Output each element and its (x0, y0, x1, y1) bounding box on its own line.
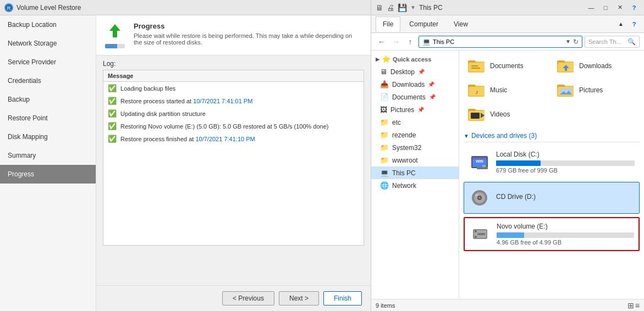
search-box[interactable]: Search Th... 🔍 (585, 36, 640, 48)
log-text-5a: Restore process finished at (120, 136, 195, 142)
progress-bar-fill (105, 44, 117, 48)
local-disk-icon: WIN (469, 151, 491, 173)
quick-access-header[interactable]: ▶ ⭐ Quick access (371, 53, 459, 65)
quick-access-label: Quick access (393, 56, 431, 63)
list-view[interactable]: ≡ (635, 301, 640, 310)
devices-collapse-icon[interactable]: ▼ (464, 133, 469, 139)
nav-pane: ▶ ⭐ Quick access 🖥 Desktop 📌 📥 Downloads… (371, 51, 459, 299)
sidebar-item-disk-mapping[interactable]: Disk Mapping (0, 127, 96, 146)
check-icon-1: ✅ (108, 84, 117, 92)
close-button[interactable]: ✕ (614, 3, 625, 12)
pin-icon-pictures: 📌 (417, 107, 424, 113)
device-novo-volume-e-bar-bg (497, 232, 634, 238)
sidebar-item-service-provider[interactable]: Service Provider (0, 53, 96, 71)
devices-section: ▼ Devices and drives (3) (464, 130, 640, 251)
address-dropdown-icon[interactable]: ▼ (565, 38, 571, 45)
device-novo-volume-e-name: Novo volume (E:) (497, 223, 634, 230)
svg-rect-24 (471, 113, 480, 119)
nav-item-pictures-nav[interactable]: 🖼 Pictures 📌 (371, 103, 459, 116)
address-refresh-icon[interactable]: ↻ (573, 38, 579, 46)
explorer-statusbar: 9 items ⊞ ≡ (371, 299, 644, 311)
device-local-disk-c-info: Local Disk (C:) 679 GB free of 999 GB (496, 151, 635, 174)
folder-videos-label: Videos (490, 110, 510, 118)
nav-this-pc-label: This PC (392, 169, 416, 177)
next-button[interactable]: Next > (279, 291, 319, 306)
ribbon-expand-icon[interactable]: ▲ (615, 20, 626, 29)
large-icons-view[interactable]: ⊞ (628, 301, 634, 310)
rezende-folder-icon: 📁 (380, 131, 389, 139)
forward-button[interactable]: → (390, 36, 402, 48)
novo-volume-icon (469, 223, 491, 245)
nav-item-this-pc[interactable]: 💻 This PC (371, 166, 459, 179)
svg-text:WIN: WIN (476, 159, 483, 163)
log-text-4: Restoring Novo volume (E:) (5.0 GB): 5.0… (120, 123, 328, 130)
help-button[interactable]: ? (629, 3, 640, 12)
log-table-wrapper[interactable]: Message ✅ Loading backup files (103, 70, 364, 246)
folder-item-documents[interactable]: Documents (464, 55, 551, 77)
maximize-button[interactable]: □ (600, 3, 611, 12)
folder-item-pictures[interactable]: Pictures (553, 79, 640, 101)
nav-item-documents-nav[interactable]: 📄 Documents 📌 (371, 91, 459, 103)
nav-wwwroot-label: wwwroot (392, 157, 418, 164)
previous-button[interactable]: < Previous (222, 291, 274, 306)
drive-icon: 💾 (398, 3, 407, 12)
minimize-button[interactable]: — (586, 3, 597, 12)
nav-item-rezende[interactable]: 📁 rezende (371, 129, 459, 141)
back-button[interactable]: ← (376, 36, 388, 48)
svg-text:R: R (7, 5, 11, 11)
svg-text:♪: ♪ (475, 88, 478, 95)
explorer-body: ▶ ⭐ Quick access 🖥 Desktop 📌 📥 Downloads… (371, 51, 644, 299)
ribbon-tab-view[interactable]: View (447, 17, 475, 31)
ribbon-help-icon[interactable]: ? (629, 20, 640, 29)
ribbon-tab-file[interactable]: File (376, 16, 400, 32)
sidebar-item-network-storage[interactable]: Network Storage (0, 34, 96, 53)
search-placeholder-text: Search Th... (588, 38, 621, 45)
search-icon[interactable]: 🔍 (628, 38, 636, 46)
svg-rect-7 (471, 68, 480, 69)
sidebar-item-restore-point[interactable]: Restore Point (0, 109, 96, 127)
footer-buttons: < Previous Next > Finish (96, 285, 371, 311)
sidebar-item-summary[interactable]: Summary (0, 146, 96, 165)
finish-button[interactable]: Finish (323, 291, 362, 306)
up-button[interactable]: ↑ (404, 36, 416, 48)
nav-etc-label: etc (392, 119, 401, 126)
svg-rect-6 (471, 65, 478, 66)
nav-desktop-label: Desktop (390, 68, 415, 76)
sidebar-item-backup-location[interactable]: Backup Location (0, 15, 96, 34)
folder-pictures-label: Pictures (579, 86, 603, 94)
device-local-disk-c-bar-fill (496, 160, 541, 166)
device-novo-volume-e-free: 4.96 GB free of 4.99 GB (497, 239, 634, 246)
folder-item-videos[interactable]: Videos (464, 103, 551, 125)
nav-item-downloads[interactable]: 📥 Downloads 📌 (371, 78, 459, 91)
explorer-panel: 🖥 🖨 💾 ▼ This PC — □ ✕ ? File Computer Vi… (371, 0, 644, 311)
device-cd-drive-d[interactable]: CD Drive (D:) (464, 182, 640, 214)
address-bar[interactable]: 💻 This PC ▼ ↻ (419, 36, 582, 48)
device-novo-volume-e[interactable]: Novo volume (E:) 4.96 GB free of 4.99 GB (464, 217, 640, 251)
nav-item-desktop[interactable]: 🖥 Desktop 📌 (371, 65, 459, 78)
documents-nav-icon: 📄 (380, 93, 389, 101)
sidebar-item-credentials[interactable]: Credentials (0, 71, 96, 90)
devices-section-label: Devices and drives (3) (471, 132, 537, 140)
svg-point-40 (475, 236, 477, 238)
nav-item-network[interactable]: 🌐 Network (371, 179, 459, 192)
device-local-disk-c[interactable]: WIN Local Disk (C:) 679 GB free of 999 G… (464, 146, 640, 179)
folder-downloads-label: Downloads (579, 62, 612, 70)
pictures-nav-icon: 🖼 (380, 105, 387, 114)
folder-item-music[interactable]: ♪ Music (464, 79, 551, 101)
etc-folder-icon: 📁 (380, 118, 389, 126)
log-text-2a: Restore process started at (120, 98, 193, 104)
progress-icon-area (105, 22, 125, 48)
table-row: ✅ Restore process started at 10/7/2021 7… (103, 95, 364, 107)
main-content: Progress Please wait while restore is be… (96, 15, 371, 311)
progress-arrow-icon (105, 22, 125, 42)
sidebar-item-backup[interactable]: Backup (0, 90, 96, 109)
nav-item-wwwroot[interactable]: 📁 wwwroot (371, 154, 459, 166)
log-entry-4: ✅ Restoring Novo volume (E:) (5.0 GB): 5… (103, 120, 364, 132)
folder-item-downloads[interactable]: Downloads (553, 55, 640, 77)
log-entry-3: ✅ Updating disk partition structure (103, 107, 364, 120)
nav-item-etc[interactable]: 📁 etc (371, 116, 459, 129)
pin-icon-downloads: 📌 (428, 81, 434, 87)
sidebar-item-progress[interactable]: Progress (0, 165, 96, 184)
ribbon-tab-computer[interactable]: Computer (403, 17, 445, 31)
nav-item-system32[interactable]: 📁 System32 (371, 141, 459, 154)
